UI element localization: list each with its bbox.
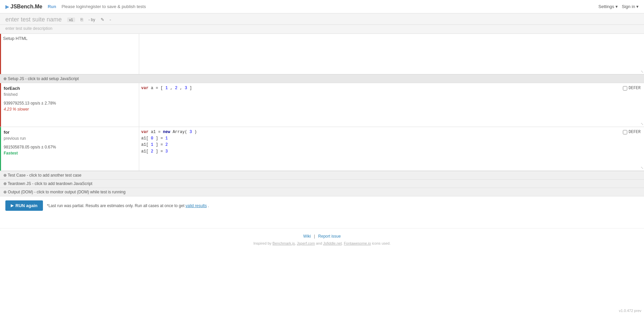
code-num: 1	[165, 86, 168, 90]
test-case-2-code[interactable]: var a1 = new Array( 3 ) a1[ 0 ] = 1 a1[ …	[139, 127, 644, 171]
test-case-1-status: finished	[4, 92, 136, 97]
run-button[interactable]: Run	[48, 4, 56, 9]
code-num: 3	[165, 149, 168, 154]
logo-play-icon: ▶	[5, 4, 9, 9]
output-dom-label: ⊕ Output (DOM) - click to monitor output…	[3, 190, 125, 194]
signin-link[interactable]: Sign in ▾	[622, 4, 639, 9]
code-text: ,	[170, 86, 175, 90]
test-case-1-ops: 939979255.13 ops/s ± 2.78%	[4, 101, 136, 106]
defer-input-1[interactable]	[623, 86, 627, 90]
test-case-2-status: previous run	[4, 136, 136, 141]
code-num: 1	[165, 136, 168, 141]
edit-icon[interactable]: ✎	[101, 17, 104, 22]
test-case-1: forEach finished 939979255.13 ops/s ± 2.…	[0, 83, 644, 127]
code-text: )	[194, 130, 197, 134]
test-case-2: for previous run 981505878.05 ops/s ± 0.…	[0, 127, 644, 171]
logo: ▶ JSBench.Me	[5, 4, 42, 10]
add-test-case-bar[interactable]: ⊕ Test Case - click to add another test …	[0, 171, 644, 180]
report-issue-link[interactable]: Report issue	[318, 234, 341, 239]
defer-label-1: DEFER	[629, 86, 641, 90]
wiki-link[interactable]: Wiki	[303, 234, 311, 239]
header: ▶ JSBench.Me Run Please login/register t…	[0, 0, 644, 13]
code-text: ] =	[156, 149, 165, 154]
code-text: ,	[180, 86, 184, 90]
login-message: Please login/register to save & publish …	[61, 4, 146, 9]
inspired-text: Inspired by Benchmark.js, Jsperf.com and…	[5, 241, 639, 245]
defer-checkbox-1[interactable]: DEFER	[623, 86, 641, 90]
bottom-bars: ⊕ Test Case - click to add another test …	[0, 171, 644, 196]
setup-js-label: ⊕ Setup JS - click to add setup JavaScri…	[3, 76, 79, 81]
code-num: 2	[165, 142, 168, 147]
jsperf-link[interactable]: Jsperf.com	[297, 241, 315, 245]
right-nav: Settings ▾ Sign in ▾	[598, 4, 639, 9]
output-dom-bar[interactable]: ⊕ Output (DOM) - click to monitor output…	[0, 188, 644, 196]
resize-handle-2[interactable]: ⤡	[641, 166, 643, 170]
setup-html-label: Setup HTML	[3, 36, 28, 41]
test-case-2-left: for previous run 981505878.05 ops/s ± 0.…	[0, 127, 139, 171]
run-play-icon: ▶	[11, 203, 13, 208]
copy-icon[interactable]: ⎘	[80, 17, 83, 22]
teardown-js-bar[interactable]: ⊕ Teardown JS - click to add teardown Ja…	[0, 180, 644, 188]
code-num: 3	[190, 130, 192, 134]
resize-handle[interactable]: ⤡	[641, 70, 643, 73]
code-text: ] =	[156, 142, 165, 147]
defer-checkbox-2[interactable]: DEFER	[623, 130, 641, 134]
code-num: 3	[185, 86, 187, 90]
footer-links: Wiki | Report issue	[5, 234, 639, 239]
code-num: 0	[151, 136, 153, 141]
code-keyword: var	[141, 86, 149, 90]
suite-version: v1	[67, 17, 75, 22]
setup-html-section: Setup HTML ⤡	[0, 34, 644, 74]
run-note: *Last run was partial. Results are estim…	[47, 203, 209, 208]
benchmark-js-link[interactable]: Benchmark.js	[272, 241, 295, 245]
setup-js-bar[interactable]: ⊕ Setup JS - click to add setup JavaScri…	[0, 74, 644, 83]
valid-results-link[interactable]: valid results	[185, 203, 207, 208]
run-again-label: RUN again	[15, 203, 38, 208]
test-case-1-name: forEach	[4, 86, 136, 91]
test-case-2-ops: 981505878.05 ops/s ± 0.67%	[4, 145, 136, 149]
jsfiddle-link[interactable]: Jsfiddle.net	[323, 241, 342, 245]
defer-input-2[interactable]	[623, 130, 627, 134]
code-text: a1[	[141, 149, 149, 154]
code-text: ] =	[156, 136, 165, 141]
settings-link[interactable]: Settings ▾	[598, 4, 618, 9]
code-text: ]	[190, 86, 192, 90]
add-test-case-label: ⊕ Test Case - click to add another test …	[3, 173, 82, 178]
run-again-button[interactable]: ▶ RUN again	[5, 200, 43, 211]
code-text: a = [	[151, 86, 163, 90]
test-case-1-speed: 4.23 % slower	[4, 107, 136, 112]
code-num: 1	[151, 142, 153, 147]
test-case-2-name: for	[4, 130, 136, 135]
suite-description[interactable]: enter test suite description	[0, 25, 644, 34]
resize-handle-1[interactable]: ⤡	[641, 122, 643, 126]
setup-html-right[interactable]	[139, 34, 644, 74]
code-kw-new: new	[163, 130, 170, 134]
code-text: Array(	[173, 130, 187, 134]
footer: Wiki | Report issue Inspired by Benchmar…	[0, 228, 644, 251]
code-text: a1[	[141, 136, 149, 141]
suite-bar: enter test suite name v1 ⎘ - by ✎ -	[0, 13, 644, 25]
by-label: - by	[89, 17, 95, 22]
code-text: a1 =	[151, 130, 163, 134]
setup-html-left[interactable]: Setup HTML	[0, 34, 139, 74]
defer-label-2: DEFER	[629, 130, 641, 134]
test-case-1-left: forEach finished 939979255.13 ops/s ± 2.…	[0, 83, 139, 127]
code-num: 2	[151, 149, 153, 154]
test-case-1-code[interactable]: var a = [ 1 , 2 , 3 ] DEFER ⤡	[139, 83, 644, 127]
code-text: a1[	[141, 142, 149, 147]
code-kw: var	[141, 130, 149, 134]
suite-name-input[interactable]: enter test suite name	[5, 16, 62, 23]
teardown-js-label: ⊕ Teardown JS - click to add teardown Ja…	[3, 181, 92, 186]
footer-separator: |	[314, 234, 315, 239]
edit-dash: -	[110, 17, 111, 22]
code-num: 2	[175, 86, 177, 90]
test-case-2-speed: Fastest	[4, 151, 136, 155]
fontawesome-link[interactable]: Fontawesome.io	[344, 241, 371, 245]
logo-text: JSBench.Me	[10, 4, 42, 10]
run-section: ▶ RUN again *Last run was partial. Resul…	[0, 196, 644, 215]
